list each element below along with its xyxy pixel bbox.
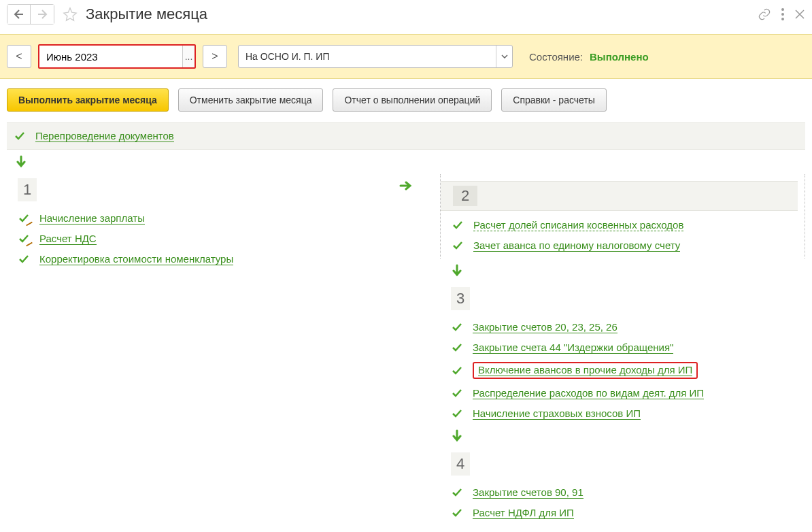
close-icon[interactable] — [794, 9, 805, 20]
operation-row: Закрытие счета 44 "Издержки обращения" — [440, 337, 805, 358]
arrow-down-icon — [452, 429, 805, 443]
arrow-right-icon — [37, 10, 48, 19]
arrow-down-icon — [16, 155, 812, 169]
status-label: Состояние: — [529, 51, 583, 63]
check-icon — [18, 254, 30, 264]
reprocess-link[interactable]: Перепроведение документов — [35, 130, 174, 142]
operation-row: Расчет НДФЛ для ИП — [440, 503, 805, 523]
check-icon — [451, 322, 463, 332]
operation-link[interactable]: Начисление страховых взносов ИП — [473, 408, 641, 420]
operation-row: Закрытие счетов 20, 23, 25, 26 — [440, 317, 805, 337]
check-icon — [452, 241, 464, 250]
operation-link[interactable]: Закрытие счетов 20, 23, 25, 26 — [473, 321, 618, 333]
period-prev-button[interactable]: < — [7, 45, 31, 68]
execute-button[interactable]: Выполнить закрытие месяца — [7, 88, 169, 112]
stage-1-header: 1 — [18, 178, 37, 201]
check-icon — [451, 409, 463, 418]
organization-value: На ОСНО И. П. ИП — [239, 46, 496, 67]
check-edited-icon — [18, 234, 30, 244]
nav-forward-button[interactable] — [31, 5, 54, 24]
stage-2-header: 2 — [441, 181, 798, 211]
more-menu-icon[interactable] — [781, 7, 785, 21]
page-title: Закрытие месяца — [86, 5, 207, 23]
action-bar: Выполнить закрытие месяца Отменить закры… — [0, 79, 812, 118]
nav-buttons — [7, 4, 54, 24]
operation-link[interactable]: Расчет НДФЛ для ИП — [473, 507, 574, 519]
svg-point-1 — [781, 13, 784, 16]
arrow-down-icon — [452, 264, 805, 278]
operation-row: Закрытие счетов 90, 91 — [440, 482, 805, 503]
check-icon — [452, 220, 464, 230]
status-value: Выполнено — [590, 51, 649, 63]
check-icon — [451, 343, 463, 352]
operation-row: Включение авансов в прочие доходы для ИП — [440, 358, 805, 383]
operation-row: Начисление зарплаты — [7, 208, 372, 229]
dropdown-icon[interactable] — [496, 46, 512, 67]
operation-row: Начисление страховых взносов ИП — [440, 403, 805, 424]
check-icon — [451, 366, 463, 376]
svg-point-2 — [781, 18, 784, 20]
stage-4-header: 4 — [451, 452, 470, 476]
link-icon[interactable] — [758, 7, 771, 21]
operation-row: Распределение расходов по видам деят. дл… — [440, 383, 805, 403]
stage-3-header: 3 — [451, 287, 470, 310]
stage-2-block: 2 Расчет долей списания косвенных расход… — [440, 174, 805, 259]
operation-link[interactable]: Расчет долей списания косвенных расходов — [473, 219, 683, 231]
operation-row: Корректировка стоимости номенклатуры — [7, 249, 372, 269]
filter-bar: < ... > На ОСНО И. П. ИП Состояние: Выпо… — [0, 34, 812, 79]
cancel-button[interactable]: Отменить закрытие месяца — [178, 88, 324, 112]
operation-link[interactable]: Расчет НДС — [39, 233, 97, 245]
operation-link[interactable]: Зачет аванса по единому налоговому счету — [473, 239, 680, 252]
stages-columns: 1 Начисление зарплаты Расчет НДС Коррект… — [0, 174, 812, 523]
column-left: 1 Начисление зарплаты Расчет НДС Коррект… — [7, 174, 372, 523]
operation-row: Расчет долей списания косвенных расходов — [441, 215, 798, 235]
check-icon — [451, 508, 463, 518]
organization-select[interactable]: На ОСНО И. П. ИП — [238, 45, 513, 68]
favorite-star-icon[interactable] — [61, 5, 79, 23]
title-right-icons — [758, 7, 805, 21]
operation-link[interactable]: Закрытие счета 44 "Издержки обращения" — [473, 342, 673, 354]
period-input[interactable] — [39, 46, 182, 67]
period-input-highlight: ... — [38, 44, 196, 69]
period-next-button[interactable]: > — [203, 45, 227, 68]
check-icon — [451, 488, 463, 497]
operation-link[interactable]: Корректировка стоимости номенклатуры — [39, 253, 233, 265]
check-icon — [451, 388, 463, 398]
reprocess-row: Перепроведение документов — [7, 122, 805, 150]
nav-back-button[interactable] — [7, 5, 31, 24]
arrow-right-icon — [399, 181, 413, 190]
check-icon — [14, 131, 26, 141]
period-group: < ... > — [7, 44, 227, 69]
operation-link[interactable]: Начисление зарплаты — [39, 212, 145, 225]
operation-link[interactable]: Закрытие счетов 90, 91 — [473, 486, 583, 499]
operation-row: Расчет НДС — [7, 229, 372, 249]
arrow-left-icon — [14, 10, 24, 19]
operation-highlight: Включение авансов в прочие доходы для ИП — [473, 362, 698, 379]
titlebar: Закрытие месяца — [0, 0, 812, 29]
check-edited-icon — [18, 214, 30, 223]
column-right: 2 Расчет долей списания косвенных расход… — [440, 174, 805, 523]
operation-link[interactable]: Распределение расходов по видам деят. дл… — [473, 387, 704, 399]
report-button[interactable]: Отчет о выполнении операций — [333, 88, 492, 112]
period-picker-button[interactable]: ... — [182, 46, 194, 67]
svg-point-0 — [781, 8, 784, 11]
operation-link[interactable]: Включение авансов в прочие доходы для ИП — [478, 364, 692, 376]
operation-row: Зачет аванса по единому налоговому счету — [441, 235, 798, 256]
references-button[interactable]: Справки - расчеты — [501, 88, 607, 112]
